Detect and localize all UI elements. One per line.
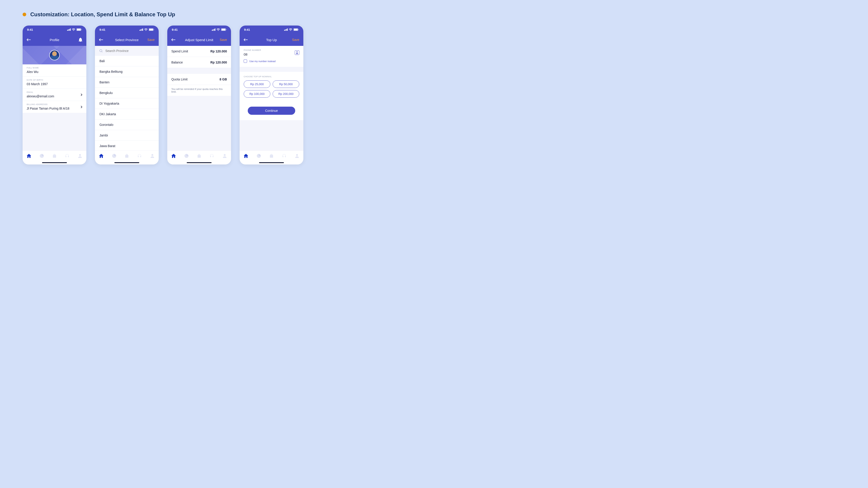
nav-chart-icon[interactable] — [256, 154, 261, 158]
home-indicator — [95, 161, 159, 164]
email-label: EMAIL — [27, 91, 82, 93]
search-row[interactable] — [95, 46, 159, 56]
full-name-label: FULL NAME — [27, 67, 82, 69]
signal-icon — [67, 29, 71, 31]
phone-input-block: PHONE NUMBER 08 Use my number instead — [240, 46, 303, 67]
nav-headset-icon[interactable] — [65, 154, 69, 158]
province-item[interactable]: DI Yogyakarta — [95, 98, 159, 109]
header-title: Top Up — [266, 38, 277, 42]
notification-bell-icon[interactable] — [79, 38, 82, 42]
nav-bag-icon[interactable] — [269, 154, 274, 158]
province-item[interactable]: Bali — [95, 56, 159, 66]
back-icon[interactable] — [244, 38, 248, 41]
home-indicator — [240, 161, 303, 164]
content: Bali Bangka Belitung Banten Bengkulu DI … — [95, 46, 159, 151]
back-icon[interactable] — [27, 38, 31, 41]
avatar[interactable] — [49, 50, 60, 60]
save-button[interactable]: Save — [147, 38, 155, 41]
nav-bag-icon[interactable] — [197, 154, 202, 158]
bottom-nav — [240, 151, 303, 161]
nav-home-icon[interactable] — [171, 154, 176, 158]
nav-headset-icon[interactable] — [137, 154, 142, 158]
checkbox-icon — [244, 59, 247, 63]
address-value: Jl Pasar Taman Puring Bl A/18 — [27, 107, 82, 110]
continue-button[interactable]: Continue — [248, 107, 295, 115]
svg-rect-23 — [294, 29, 298, 31]
nominal-option[interactable]: Rp 25,000 — [244, 80, 270, 88]
province-item[interactable]: Gorontalo — [95, 120, 159, 130]
status-bar: 9:41 — [167, 26, 231, 34]
header-title: Adjust Spend Limit — [185, 38, 213, 42]
contacts-icon[interactable] — [295, 51, 299, 55]
nominal-option[interactable]: Rp 200,000 — [273, 90, 299, 98]
svg-rect-17 — [226, 29, 226, 30]
field-email[interactable]: EMAIL alexwu@email.com — [23, 89, 86, 101]
profile-hero — [23, 46, 86, 64]
status-icons — [212, 28, 227, 31]
nav-headset-icon[interactable] — [210, 154, 214, 158]
bottom-nav — [23, 151, 86, 161]
province-item[interactable]: Jambi — [95, 130, 159, 141]
phone-spend-limit: 9:41 Adjust Spend Limit Save Spend Limit… — [167, 26, 231, 164]
nav-bag-icon[interactable] — [52, 154, 57, 158]
field-address[interactable]: BILLING ADDRESSS Jl Pasar Taman Puring B… — [23, 101, 86, 113]
nav-headset-icon[interactable] — [282, 154, 286, 158]
use-my-number-checkbox[interactable]: Use my number instead — [244, 59, 299, 63]
section-gap — [167, 68, 231, 74]
spend-limit-row[interactable]: Spend Limit Rp 120.000 — [167, 46, 231, 57]
nav-bag-icon[interactable] — [125, 154, 129, 158]
battery-icon — [76, 28, 82, 31]
svg-point-21 — [224, 154, 225, 156]
phone-number-field[interactable]: PHONE NUMBER 08 — [244, 49, 295, 56]
battery-icon — [293, 28, 299, 31]
svg-point-6 — [79, 154, 81, 156]
section-gap — [240, 67, 303, 72]
province-item[interactable]: Bengkulu — [95, 88, 159, 98]
home-indicator — [23, 161, 86, 164]
nav-profile-icon[interactable] — [78, 154, 82, 158]
bottom-nav — [95, 151, 159, 161]
nav-profile-icon[interactable] — [222, 154, 227, 158]
dob-value: 03 March 1997 — [27, 82, 82, 86]
balance-row[interactable]: Balance Rp 120.000 — [167, 57, 231, 68]
status-time: 9:41 — [27, 28, 33, 31]
address-label: BILLING ADDRESSS — [27, 103, 82, 105]
province-item[interactable]: Jawa Barat — [95, 141, 159, 151]
nominal-option[interactable]: Rp 50,000 — [273, 80, 299, 88]
nav-profile-icon[interactable] — [295, 154, 299, 158]
phones-container: 9:41 Profile FULL NAME Alex Wu DATE OF B… — [23, 26, 307, 164]
status-bar: 9:41 — [240, 26, 303, 34]
nav-home-icon[interactable] — [99, 154, 103, 158]
nav-chart-icon[interactable] — [184, 154, 189, 158]
status-time: 9:41 — [99, 28, 105, 31]
quota-row[interactable]: Quota Limit 8 GB — [167, 74, 231, 85]
province-item[interactable]: Banten — [95, 77, 159, 88]
nav-home-icon[interactable] — [27, 154, 31, 158]
home-indicator — [167, 161, 231, 164]
signal-icon — [140, 29, 143, 31]
phone-value: 08 — [244, 53, 295, 56]
nav-chart-icon[interactable] — [112, 154, 116, 158]
wifi-icon — [72, 29, 75, 31]
nav-profile-icon[interactable] — [150, 154, 155, 158]
svg-rect-5 — [54, 154, 55, 155]
use-number-label: Use my number instead — [249, 60, 276, 63]
nav-home-icon[interactable] — [244, 154, 248, 158]
back-icon[interactable] — [171, 38, 176, 41]
header: Select Province Save — [95, 34, 159, 46]
content: FULL NAME Alex Wu DATE OF BIRTH 03 March… — [23, 46, 86, 151]
nominal-option[interactable]: Rp 100,000 — [244, 90, 270, 98]
phone-province: 9:41 Select Province Save Bali Bangka Be… — [95, 26, 159, 164]
svg-rect-1 — [77, 29, 81, 31]
nav-chart-icon[interactable] — [39, 154, 44, 158]
back-icon[interactable] — [99, 38, 103, 41]
save-button[interactable]: Save — [220, 38, 227, 41]
save-button[interactable]: Save — [292, 38, 299, 41]
quota-value: 8 GB — [219, 77, 227, 81]
status-icons — [284, 28, 299, 31]
header: Profile — [23, 34, 86, 46]
province-item[interactable]: Bangka Belitung — [95, 66, 159, 77]
search-input[interactable] — [105, 49, 154, 53]
province-item[interactable]: DKI Jakarta — [95, 109, 159, 120]
nominal-grid: Rp 25,000 Rp 50,000 Rp 100,000 Rp 200,00… — [244, 80, 299, 98]
